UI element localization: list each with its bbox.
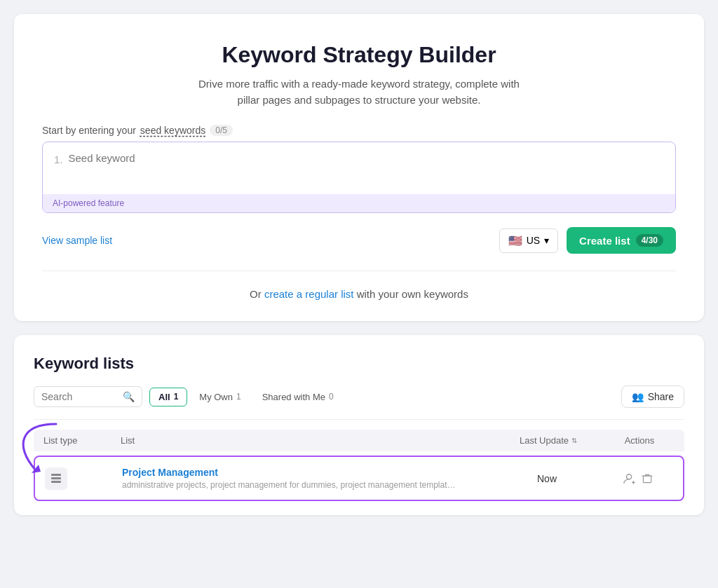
tab-shared-label: Shared with Me [262, 392, 325, 402]
search-input[interactable] [41, 391, 118, 402]
col-actions: Actions [604, 435, 675, 446]
col-list-label: List [121, 435, 135, 446]
table-separator [34, 419, 684, 420]
trash-icon [642, 473, 653, 484]
list-type-icon [45, 467, 67, 490]
regular-list-link[interactable]: create a regular list [264, 288, 354, 300]
col-actions-label: Actions [625, 435, 655, 446]
col-list-type: List type [43, 435, 121, 446]
col-list-type-label: List type [43, 435, 77, 446]
ai-label: AI-powered feature [43, 194, 675, 212]
sort-icon: ⇅ [571, 437, 577, 444]
country-label: US [527, 235, 540, 246]
keyword-lists-card: Keyword lists 🔍 All 1 My Own 1 Shared wi… [14, 335, 704, 515]
share-button[interactable]: 👥 Share [621, 385, 684, 408]
seed-keywords-label: seed keywords [140, 125, 205, 136]
svg-rect-3 [51, 481, 61, 483]
list-description: administrative projects, project managem… [122, 480, 459, 490]
page-title: Keyword Strategy Builder [42, 42, 676, 68]
tab-all-count: 1 [174, 392, 179, 402]
share-btn-label: Share [648, 391, 674, 402]
actions-row: View sample list 🇺🇸 US ▾ Create list 4/3… [42, 227, 676, 254]
tab-my-own[interactable]: My Own 1 [190, 388, 250, 406]
seed-label-text: Start by entering your [42, 125, 136, 136]
tab-all[interactable]: All 1 [149, 388, 187, 406]
search-icon: 🔍 [123, 391, 135, 402]
chevron-down-icon: ▾ [544, 235, 549, 246]
keyword-strategy-builder-card: Keyword Strategy Builder Drive more traf… [14, 14, 704, 321]
table-header: List type List Last Update ⇅ Actions [34, 430, 684, 451]
create-list-button[interactable]: Create list 4/30 [567, 227, 676, 254]
add-user-icon [623, 472, 636, 485]
delete-button[interactable] [642, 473, 653, 484]
quota-badge: 4/30 [636, 234, 663, 247]
last-update-cell: Now [491, 473, 603, 484]
or-text: Or create a regular list with your own k… [42, 288, 676, 300]
tab-group: All 1 My Own 1 Shared with Me 0 [149, 388, 614, 406]
search-box: 🔍 [34, 386, 142, 407]
row-actions-cell [603, 472, 673, 485]
table-icon [50, 473, 62, 484]
section-title: Keyword lists [34, 355, 684, 373]
create-btn-label: Create list [579, 235, 630, 247]
tab-my-own-label: My Own [199, 392, 233, 402]
list-type-cell [45, 467, 122, 490]
page-subtitle: Drive more traffic with a ready-made key… [191, 76, 527, 108]
list-info-cell: Project Management administrative projec… [122, 467, 491, 490]
flag-icon: 🇺🇸 [508, 234, 522, 247]
list-name[interactable]: Project Management [122, 467, 491, 478]
table-row: Project Management administrative projec… [34, 456, 684, 501]
svg-rect-4 [643, 476, 651, 483]
tab-my-own-count: 1 [236, 392, 241, 402]
seed-label-row: Start by entering your seed keywords 0/5 [42, 125, 676, 136]
add-user-button[interactable] [623, 472, 636, 485]
seed-counter: 0/5 [210, 125, 233, 136]
svg-rect-1 [51, 474, 61, 476]
filter-row: 🔍 All 1 My Own 1 Shared with Me 0 👥 Shar… [34, 385, 684, 408]
col-last-update-label: Last Update [520, 435, 569, 446]
seed-number: 1. [54, 153, 63, 165]
divider [42, 271, 676, 271]
share-icon: 👥 [632, 391, 644, 402]
col-last-update: Last Update ⇅ [492, 435, 604, 446]
seed-input-wrapper: 1. AI-powered feature [42, 142, 676, 213]
view-sample-link[interactable]: View sample list [42, 235, 112, 246]
tab-all-label: All [158, 392, 170, 402]
seed-keyword-input[interactable] [69, 152, 664, 194]
country-select[interactable]: 🇺🇸 US ▾ [499, 228, 558, 253]
col-list: List [121, 435, 492, 446]
svg-rect-2 [51, 477, 61, 479]
tab-shared[interactable]: Shared with Me 0 [253, 388, 343, 406]
right-actions: 🇺🇸 US ▾ Create list 4/30 [499, 227, 676, 254]
tab-shared-count: 0 [329, 392, 334, 402]
